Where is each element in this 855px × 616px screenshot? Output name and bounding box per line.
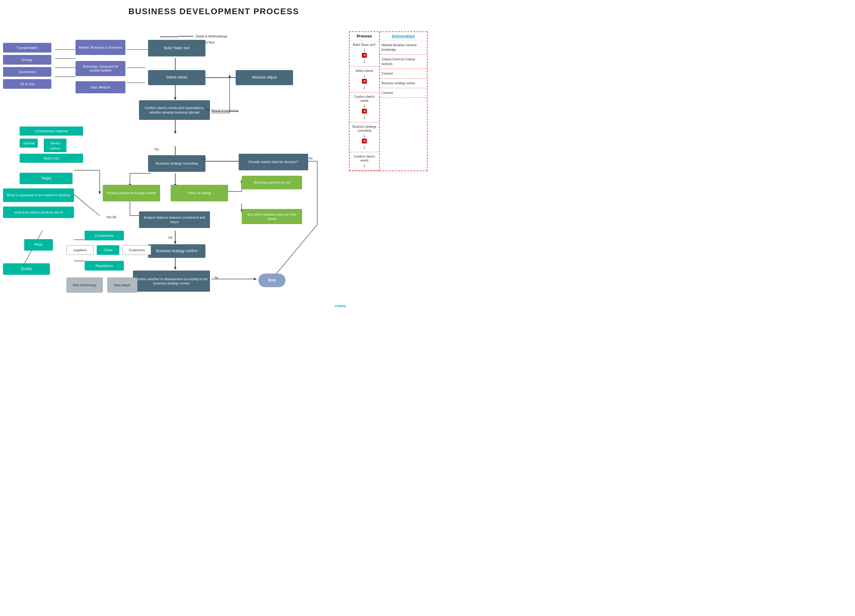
arrow-down-3: ↓	[351, 73, 378, 78]
select-clients-box: Select clients	[148, 70, 205, 85]
arrow-down-9: ↓	[351, 162, 378, 168]
arrow-down-6: ↓	[351, 114, 378, 119]
page-title: BUSINESS DEVELOPMENT PROCESS	[0, 0, 428, 19]
deliverables-header: Deliverables	[380, 32, 427, 40]
confirm-development-box: Confirm whether to development according…	[133, 271, 210, 292]
new-player-box: New player	[107, 278, 138, 293]
svg-line-49	[74, 194, 100, 216]
deliverable-item-1: Website Booklets General knowledge	[380, 40, 427, 55]
process-item-3: Confirm client's needs ↓ ✕ ↓	[349, 92, 379, 122]
optional-box: optional	[20, 139, 38, 148]
legend-line-label: Detail & Methodology	[196, 34, 227, 38]
deliverables-column: Deliverables Website Booklets General kn…	[380, 32, 427, 171]
unnecessary-expense-box: Unnecessary expense	[20, 127, 83, 136]
what-expensive-box: What is expensive in the market to devel…	[3, 188, 74, 202]
x-mark-4: ✕	[362, 139, 367, 144]
svg-marker-38	[174, 241, 176, 244]
process-item-3-label: Confirm client's needs	[351, 95, 378, 102]
client-box: Client	[97, 245, 120, 255]
energy-box: Energy	[3, 55, 51, 65]
business-partners-box: Business partners or not	[242, 176, 302, 190]
svg-marker-10	[174, 97, 176, 100]
svg-marker-42	[254, 278, 257, 280]
svg-marker-17	[228, 75, 231, 78]
leisure-box: Leisure	[44, 145, 66, 152]
right-panel: Process Bulid "Basic tool" ↓ ✕ ↓ Select …	[349, 31, 428, 171]
arrow-down-5: ↓	[351, 102, 378, 108]
analyze-balance-box: Analyze balance between investment and r…	[139, 211, 210, 228]
bsc-confirm-box: Business strategy confirm	[148, 244, 205, 258]
transportation-box: Transportation	[3, 43, 51, 52]
no-label-3: No	[215, 276, 218, 279]
process-item-5-label: Comfirm client's needs	[351, 154, 378, 162]
oil-gas-box: Oil & Gas	[3, 79, 51, 89]
process-column: Process Bulid "Basic tool" ↓ ✕ ↓ Select …	[349, 32, 380, 171]
what-level-box: what level client's products are in	[3, 206, 74, 218]
arrow-down-8: ↓	[351, 144, 378, 150]
provide-market-data-box: Provide market data for decision?	[239, 154, 308, 170]
result-confirming-label: Result of confirming	[211, 109, 238, 112]
technology-box: Technology: Equipment for industry facil…	[75, 61, 126, 76]
yes-label-2: Yes	[201, 157, 206, 161]
yes-label-1: Yes	[154, 148, 159, 151]
deliverable-item-2: Criteria Client list Criteria analysis	[380, 55, 427, 69]
customers-box: Customers	[123, 245, 151, 255]
process-header: Process	[349, 32, 379, 40]
suppliers-box: suppliers	[66, 245, 93, 255]
process-item-5: Comfirm client's needs ↓	[349, 152, 379, 171]
bsc-box: Business strategy consulting	[148, 155, 205, 172]
price-box: Price	[24, 239, 53, 251]
basic-cost-box: Basic cost	[20, 154, 83, 163]
x-mark-3: ✕	[362, 109, 367, 113]
quality-box: Quality	[3, 263, 50, 275]
arrow-down-7: ↓	[351, 133, 378, 138]
deliverable-item-3: Contract	[380, 69, 427, 78]
no-label-1: No	[206, 109, 210, 112]
enviroment-box: Enviroment	[3, 67, 51, 77]
regulations-box: Regulations	[84, 261, 124, 271]
x-mark-2: ✕	[362, 79, 367, 84]
process-item-4: Business strategy consulting ↓ ✕ ↓	[349, 122, 379, 152]
new-technology-box: New technology	[66, 278, 103, 293]
buy-other-company-box: Buy other company and use their brand	[242, 209, 302, 224]
process-item-4-label: Business strategy consulting	[351, 125, 378, 133]
deliverable-item-5: Contract	[380, 88, 427, 98]
svg-marker-40	[174, 267, 176, 270]
components-box: Components	[84, 231, 124, 240]
end-box: End	[258, 274, 285, 287]
svg-line-45	[272, 225, 317, 279]
svg-marker-14	[174, 131, 176, 134]
svg-marker-48	[98, 191, 101, 194]
ok-label: OK	[168, 236, 173, 240]
product-position-box: Product position in foreign market	[103, 185, 160, 202]
arrow-down-4: ↓	[351, 84, 378, 90]
process-item-1: Bulid "Basic tool" ↓ ✕ ↓	[349, 40, 379, 66]
market-box: Market: Business to business	[75, 40, 126, 55]
watermark: creately	[334, 304, 346, 308]
confirm-needs-box: Confirm client's needs and expectations,…	[139, 100, 210, 120]
target-box: Target	[20, 173, 72, 184]
measure-adjust-box: Measure adjust	[236, 70, 293, 85]
size-box: Size: Medium	[75, 81, 126, 93]
arrow-down-1: ↓	[351, 47, 378, 52]
arrow-down-2: ↓	[351, 58, 378, 64]
not-ok-label: Not OK	[107, 216, 116, 219]
x-mark-1: ✕	[362, 53, 367, 58]
process-item-2: Select clients ↓ ✕ ↓	[349, 66, 379, 92]
build-basic-tool-box: Build "basic tool	[148, 40, 205, 57]
no-label-2: No	[309, 157, 313, 160]
policy-selling-box: Policy of selling	[171, 185, 228, 202]
deliverable-item-4: Business strategy review	[380, 78, 427, 88]
